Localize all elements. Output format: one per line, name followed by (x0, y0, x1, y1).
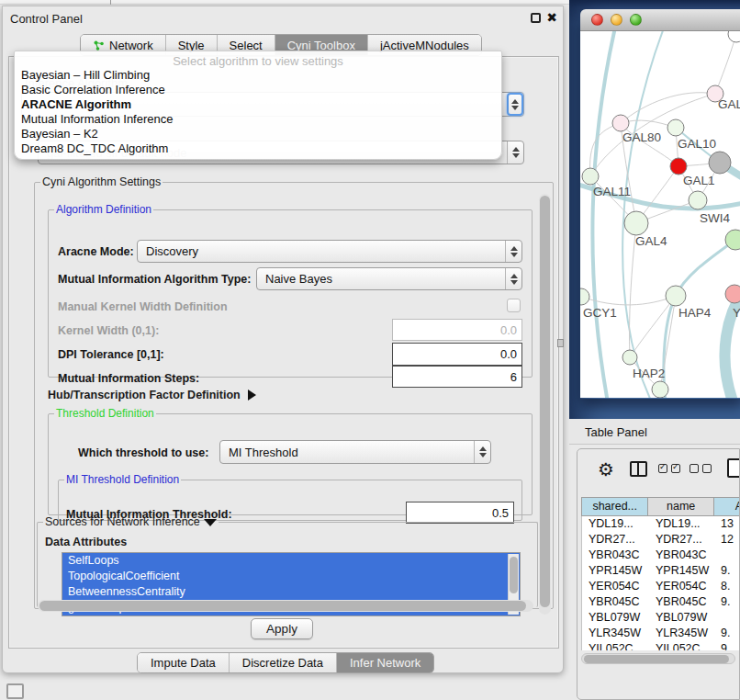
dpi-tolerance-field[interactable] (392, 343, 522, 366)
network-node-swi4[interactable] (689, 191, 707, 209)
table-cell: 13 (714, 516, 740, 532)
mi-type-label: Mutual Information Algorithm Type: (58, 273, 251, 286)
column-header[interactable]: name (648, 497, 714, 516)
algorithm-option[interactable]: Dream8 DC_TDC Algorithm (15, 141, 501, 156)
aracne-mode-label: Aracne Mode: (58, 245, 134, 258)
attribute-item[interactable]: SelfLoops (62, 553, 520, 569)
sources-group: Sources for Network Inference Data Attri… (37, 515, 538, 607)
manual-kernel-checkbox[interactable] (507, 299, 521, 312)
network-node-gal80[interactable] (612, 115, 629, 131)
network-node-gal4[interactable] (624, 211, 648, 235)
collapse-down-icon[interactable] (204, 519, 217, 526)
network-node[interactable] (709, 152, 731, 174)
combo-stepper-icon[interactable] (505, 268, 521, 289)
scrollbar-thumb[interactable] (540, 196, 550, 607)
tab-infer-network[interactable]: Infer Network (337, 653, 433, 672)
threshold-definition-group: Threshold Definition Which threshold to … (48, 407, 533, 515)
table-cell: YER054C (582, 579, 649, 594)
tab-impute-data[interactable]: Impute Data (138, 653, 230, 672)
attribute-item[interactable]: BetweennessCentrality (62, 584, 520, 600)
zoom-traffic-light-icon[interactable] (630, 14, 642, 26)
network-window-titlebar[interactable] (580, 9, 740, 31)
which-threshold-combo[interactable]: MI Threshold (219, 440, 491, 464)
select-all-icon[interactable] (658, 464, 680, 473)
minimize-traffic-light-icon[interactable] (611, 14, 622, 26)
table-cell: YDR27... (649, 532, 714, 548)
apply-button[interactable]: Apply (251, 618, 313, 639)
network-node-hap2[interactable] (622, 350, 637, 365)
network-desktop: GALGAL80GAL10GAL1GAL11SWI4GAL4GCY1HAP4YH… (569, 0, 740, 419)
table-cell: 9. (714, 563, 740, 579)
combo-stepper-icon[interactable] (505, 241, 521, 262)
close-icon[interactable]: ✖ (546, 10, 557, 25)
table-horizontal-scrollbar[interactable] (581, 653, 735, 664)
hub-definition-toggle[interactable]: Hub/Transcription Factor Definition (48, 389, 256, 401)
table-row[interactable]: YBR045CYBR045C9. (582, 594, 740, 610)
network-node[interactable] (652, 381, 668, 398)
table-row[interactable]: YDR27...YDR27...12 (582, 532, 740, 548)
window-corner-icon[interactable] (6, 683, 24, 699)
mi-steps-label: Mutual Information Steps: (58, 372, 199, 385)
close-traffic-light-icon[interactable] (591, 14, 603, 26)
network-node-gal1[interactable] (670, 158, 687, 175)
algorithm-option[interactable]: Mutual Information Inference (15, 112, 501, 127)
document-icon[interactable] (727, 458, 740, 478)
table-cell: 9. (714, 594, 740, 610)
attribute-item[interactable]: TopologicalCoefficient (62, 569, 520, 584)
mi-steps-field[interactable] (392, 366, 522, 388)
manual-kernel-label: Manual Kernel Width Definition (58, 300, 228, 313)
network-node-gal11[interactable] (582, 168, 599, 185)
algorithm-option[interactable]: Basic Correlation Inference (15, 83, 501, 97)
algorithm-option[interactable]: Bayesian – Hill Climbing (15, 68, 501, 83)
table-toolbar: ⚙ (577, 449, 739, 493)
scrollbar-thumb[interactable] (39, 601, 526, 611)
table-row[interactable]: YIL052CYIL052C9 (582, 641, 740, 650)
column-header[interactable]: shared... (581, 497, 648, 516)
scrollbar-thumb[interactable] (584, 655, 729, 663)
algorithm-option[interactable]: Bayesian – K2 (15, 127, 501, 141)
algorithm-option[interactable]: ARACNE Algorithm (15, 97, 501, 112)
network-node[interactable] (728, 31, 740, 42)
kernel-width-label: Kernel Width (0,1): (58, 324, 159, 337)
table-row[interactable]: YPR145WYPR145W9. (582, 563, 740, 579)
table-row[interactable]: YLR345WYLR345W9. (582, 626, 740, 641)
table-cell (714, 548, 740, 563)
table-cell: YPR145W (582, 563, 649, 579)
combo-stepper-icon[interactable] (474, 441, 490, 463)
node-label: SWI4 (700, 211, 730, 225)
network-node-y[interactable] (725, 285, 740, 303)
table-row[interactable]: YBL079WYBL079W (582, 610, 740, 626)
table-cell: YPR145W (649, 563, 714, 579)
deselect-all-icon[interactable] (690, 464, 712, 473)
network-node-gal10[interactable] (667, 119, 684, 136)
scrollbar-thumb[interactable] (510, 557, 518, 593)
top-divider (110, 0, 111, 5)
network-edge[interactable] (621, 93, 715, 123)
group-title: Cyni Algorithm Settings (40, 175, 163, 188)
network-canvas[interactable]: GALGAL80GAL10GAL1GAL11SWI4GAL4GCY1HAP4YH… (580, 31, 740, 398)
table-row[interactable]: YDL19...YDL19...13 (582, 516, 740, 532)
network-node-gcy1[interactable] (580, 288, 589, 305)
gear-icon[interactable]: ⚙ (598, 460, 614, 479)
network-node-hap4[interactable] (666, 286, 686, 306)
node-label: GAL (718, 97, 740, 111)
tab-discretize-data[interactable]: Discretize Data (230, 653, 337, 672)
aracne-mode-combo[interactable]: Discovery (137, 240, 522, 263)
settings-scrollbar[interactable] (539, 194, 551, 615)
mi-type-combo[interactable]: Naive Bayes (256, 267, 522, 290)
node-label: HAP2 (633, 367, 665, 380)
which-threshold-label: Which threshold to use: (78, 446, 208, 459)
network-edge[interactable] (715, 34, 736, 94)
node-label: GCY1 (583, 306, 617, 320)
horizontal-scrollbar[interactable] (38, 600, 533, 612)
table-row[interactable]: YER054CYER054C8. (582, 579, 740, 594)
network-edge[interactable] (592, 31, 615, 398)
table-cell: YBL079W (649, 610, 714, 626)
column-header[interactable]: A (714, 497, 740, 516)
split-pane-grip[interactable] (557, 339, 564, 347)
table-row[interactable]: YBR043CYBR043C (582, 548, 740, 563)
columns-icon[interactable] (630, 461, 647, 477)
float-window-icon[interactable] (531, 13, 541, 23)
table-panel-title: Table Panel (585, 425, 647, 439)
mi-threshold-definition-group: MI Threshold Definition Mutual Informati… (58, 473, 522, 521)
